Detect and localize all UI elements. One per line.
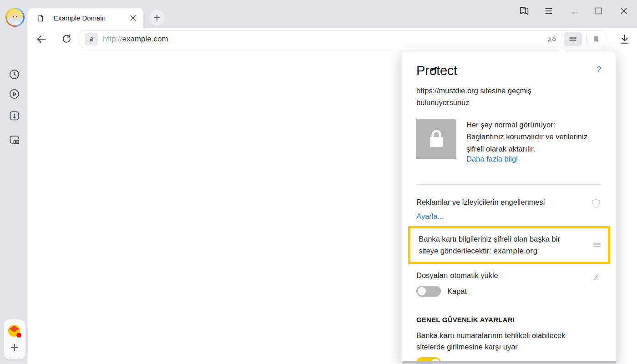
popup-clipped-edge — [402, 361, 616, 364]
video-player-icon[interactable] — [8, 88, 20, 100]
address-bar[interactable]: http://example.com — [80, 30, 605, 48]
side-panels-icon[interactable] — [518, 5, 530, 17]
sidebar-widget-pill — [4, 319, 25, 359]
url-scheme: http:// — [103, 35, 122, 43]
autoload-toggle-label: Kapat — [447, 287, 467, 296]
browser-menu-icon[interactable] — [544, 5, 553, 17]
protect-card-icon[interactable] — [564, 32, 582, 46]
connection-lock-tile — [416, 119, 456, 159]
general-security-header: GENEL GÜVENLİK AYARLARI — [416, 316, 601, 324]
window-maximize-button[interactable] — [594, 5, 604, 17]
connection-status-text: Her şey normal görünüyor: Bağlantınız ko… — [466, 119, 589, 155]
mail-icon[interactable] — [7, 324, 22, 339]
back-button[interactable] — [35, 33, 47, 45]
autoload-files-label: Dosyaları otomatik yükle — [416, 271, 498, 280]
bank-card-icon — [592, 240, 602, 251]
translate-icon[interactable] — [546, 34, 558, 45]
ads-configure-link[interactable]: Ayarla... — [416, 212, 601, 221]
svg-text:1: 1 — [13, 113, 16, 119]
browser-tab[interactable]: Example Domain — [28, 8, 143, 28]
omnibox-separator — [586, 35, 587, 44]
downloads-button[interactable] — [619, 33, 631, 45]
url-text[interactable]: http://example.com — [103, 35, 168, 44]
popup-title: Protect — [416, 63, 457, 78]
more-info-link[interactable]: Daha fazla bilgi — [466, 155, 589, 163]
tabs-count-icon[interactable]: 1 — [8, 110, 20, 122]
sidebar: 1 — [0, 28, 28, 364]
card-warning-box: Banka kartı bilgileriniz şifreli olan ba… — [408, 226, 610, 264]
autoload-off-icon — [591, 272, 601, 282]
new-tab-button[interactable] — [149, 10, 165, 25]
visited-site-text: https://mustdie.org sitesine geçmiş bulu… — [416, 85, 553, 109]
window-close-button[interactable] — [619, 5, 629, 17]
shield-icon — [591, 198, 601, 209]
reload-button[interactable] — [61, 33, 72, 45]
add-widget-button[interactable] — [10, 343, 19, 352]
profile-avatar[interactable] — [5, 8, 25, 27]
autoload-toggle[interactable] — [416, 286, 441, 297]
protect-popup: Protect ? https://mustdie.org sitesine g… — [401, 51, 616, 364]
card-numbers-warning-text: Banka kartı numaralarının tehlikeli olab… — [416, 330, 581, 353]
screenshot-icon[interactable] — [8, 134, 20, 146]
history-icon[interactable] — [8, 68, 20, 81]
url-host: example.com — [122, 35, 168, 43]
card-warning-text: Banka kartı bilgileriniz şifreli olan ba… — [419, 233, 581, 257]
site-lock-icon[interactable] — [85, 33, 98, 46]
avatar-image — [7, 9, 23, 25]
tab-bar: Example Domain — [0, 0, 637, 28]
card-warning-domain: example.org — [493, 247, 537, 255]
ads-blocking-label: Reklamlar ve izleyicilerin engellenmesi — [416, 198, 545, 207]
window-minimize-button[interactable] — [569, 5, 579, 17]
popup-divider — [416, 184, 601, 185]
page-favicon-icon — [36, 14, 45, 22]
bookmark-icon[interactable] — [592, 35, 600, 44]
tab-title: Example Domain — [54, 14, 129, 22]
toolbar: http://example.com — [28, 28, 637, 50]
help-link[interactable]: ? — [597, 65, 601, 74]
tab-close-icon[interactable] — [129, 14, 137, 22]
